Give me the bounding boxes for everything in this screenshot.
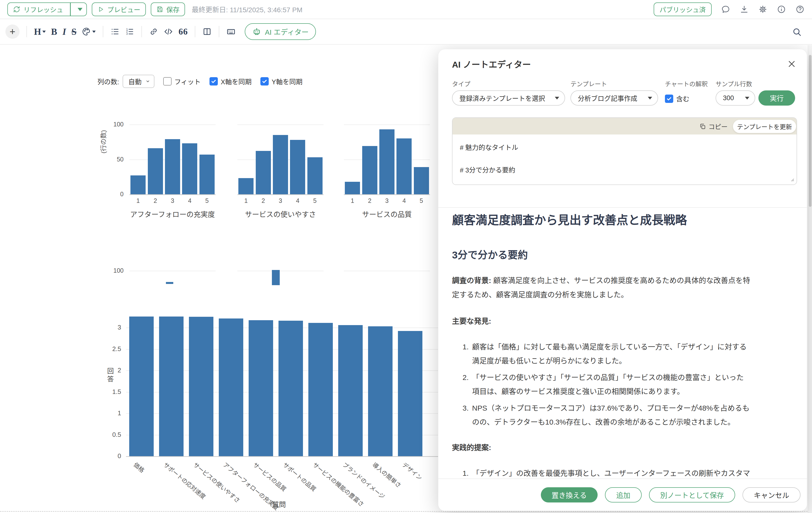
chevron-down-icon — [146, 79, 150, 84]
link-button[interactable] — [149, 27, 158, 36]
columns-count-select[interactable]: 自動 — [123, 75, 154, 88]
keyboard-button[interactable] — [226, 27, 236, 36]
bar — [129, 317, 154, 456]
save-button[interactable]: 保存 — [151, 2, 185, 16]
checkbox-checked-icon — [209, 77, 218, 85]
save-label: 保存 — [167, 5, 180, 14]
gridline — [129, 125, 215, 125]
bar — [414, 167, 429, 194]
replace-button[interactable]: 置き換える — [541, 487, 598, 503]
columns-count-label: 列の数: — [97, 77, 119, 86]
append-button[interactable]: 追加 — [605, 487, 642, 503]
scrollbar-thumb[interactable] — [809, 55, 812, 207]
facet-title: アフターフォローの充実度 — [129, 209, 215, 219]
proposals-heading: 実践的提案: — [452, 441, 793, 452]
copy-button[interactable]: コピー — [699, 122, 728, 131]
template-editor-box[interactable]: コピー テンプレートを更新 # 魅力的なタイトル # 3分で分かる要約 — [452, 117, 797, 185]
bold-button[interactable]: B — [51, 26, 57, 37]
top-bar: リフレッシュ プレビュー 保存 最終更新日: 11/15/2025, 3:46:… — [0, 0, 812, 19]
run-button[interactable]: 実行 — [758, 90, 795, 106]
help-icon[interactable] — [795, 5, 805, 14]
y-tick-label: 100 — [104, 267, 123, 274]
code-button[interactable] — [164, 27, 173, 36]
download-icon[interactable] — [740, 5, 749, 14]
sync-x-checkbox[interactable]: X軸を同期 — [209, 77, 252, 86]
save-as-new-note-button[interactable]: 別ノートとして保存 — [649, 487, 735, 503]
info-icon[interactable] — [777, 5, 786, 14]
fit-checkbox[interactable]: フィット — [163, 77, 201, 86]
strikethrough-button[interactable]: S — [71, 26, 77, 37]
columns-count-value: 自動 — [128, 77, 142, 86]
palette-icon — [82, 27, 91, 36]
quote-button[interactable]: 66 — [178, 26, 188, 37]
svg-text:3: 3 — [126, 32, 128, 35]
background-text: 顧客満足度を向上させ、サービスの推奨度を高めるための具体的な改善点を特 定するた… — [452, 276, 750, 299]
template-line-1: # 魅力的なタイトル — [460, 142, 518, 152]
y-tick-label: 0 — [104, 191, 123, 198]
sample-rows-label: サンプル行数 — [716, 79, 752, 88]
type-select[interactable]: 登録済みテンプレートを選択 — [452, 90, 565, 106]
heading-button[interactable]: H — [34, 26, 46, 37]
x-tick-label: 3 — [274, 197, 287, 204]
template-line-2: # 3分で分かる要約 — [460, 165, 515, 174]
search-icon[interactable] — [792, 27, 802, 37]
x-tick-label: 2 — [257, 197, 269, 204]
append-label: 追加 — [616, 490, 631, 500]
template-select[interactable]: 分析ブログ記事作成 — [571, 90, 658, 106]
x-tick-label: 4 — [291, 197, 304, 204]
bar — [238, 178, 254, 194]
refresh-button[interactable]: リフレッシュ — [7, 2, 87, 16]
bar — [397, 138, 412, 194]
bullet-list-button[interactable] — [110, 27, 120, 36]
type-label: タイプ — [452, 79, 470, 88]
ordered-list-icon: 123 — [125, 27, 134, 36]
list-item-text: 「サービスの使いやすさ」「サービスの品質」「サービスの機能の豊富さ」といった 項… — [472, 371, 744, 398]
x-tick-label: 4 — [183, 197, 196, 204]
y-axis-label: 回答 — [105, 368, 115, 384]
toolbar-separator — [195, 26, 195, 37]
sync-y-checkbox[interactable]: Y軸を同期 — [260, 77, 302, 86]
chart-interpretation-label: チャートの解釈 — [665, 79, 708, 88]
x-tick-label: サービスの機能の豊富さ — [311, 460, 366, 508]
panel-title: AI ノートエディター — [452, 58, 531, 70]
proposals-list: 1.「デザイン」の改善を最優先事項とし、ユーザーインターフェースの刷新やカスタマ — [452, 466, 793, 479]
refresh-dropdown[interactable] — [74, 8, 86, 11]
caret-down-icon — [42, 31, 46, 33]
list-item-number: 3. — [452, 401, 469, 429]
ai-editor-button[interactable]: AI エディター — [245, 23, 316, 40]
cancel-button[interactable]: キャンセル — [743, 487, 801, 503]
gear-icon[interactable] — [758, 5, 767, 14]
ai-editor-label: AI エディター — [265, 26, 308, 37]
x-axis-line — [237, 194, 323, 195]
italic-button[interactable]: I — [62, 26, 66, 37]
fit-label: フィット — [174, 77, 201, 86]
preview-button[interactable]: プレビュー — [92, 2, 146, 16]
x-tick-label: 4 — [398, 197, 410, 204]
add-block-button[interactable]: + — [5, 25, 20, 39]
run-label: 実行 — [770, 93, 784, 103]
y-tick-label: 1 — [102, 409, 121, 417]
list-item-number: 1. — [452, 340, 469, 368]
toolbar-separator — [141, 26, 142, 37]
columns-button[interactable] — [202, 27, 212, 36]
comment-icon[interactable] — [721, 5, 730, 14]
bar — [398, 331, 423, 456]
toolbar-separator — [219, 26, 219, 37]
close-button[interactable] — [787, 59, 796, 69]
text-color-button[interactable] — [82, 27, 96, 36]
x-tick-label: 2 — [364, 197, 376, 204]
resize-handle-icon[interactable] — [789, 177, 794, 183]
last-updated-text: 最終更新日: 11/15/2025, 3:46:57 PM — [192, 4, 302, 14]
x-axis-line — [344, 194, 430, 195]
x-tick-label: デザイン — [401, 460, 424, 482]
include-label: 含む — [676, 94, 689, 103]
bar — [189, 317, 213, 456]
refresh-icon — [13, 5, 21, 13]
ordered-list-button[interactable]: 123 — [125, 27, 134, 36]
page-scrollbar[interactable] — [808, 45, 812, 513]
chart-interpretation-checkbox[interactable]: 含む — [665, 94, 689, 103]
x-axis-line — [126, 456, 438, 457]
update-template-button[interactable]: テンプレートを更新 — [733, 120, 796, 133]
sample-rows-select[interactable]: 300 — [716, 90, 755, 106]
list-item-text: 顧客は「価格」に対して最も高い満足度を示している一方で、「デザイン」に対する 満… — [472, 340, 747, 368]
